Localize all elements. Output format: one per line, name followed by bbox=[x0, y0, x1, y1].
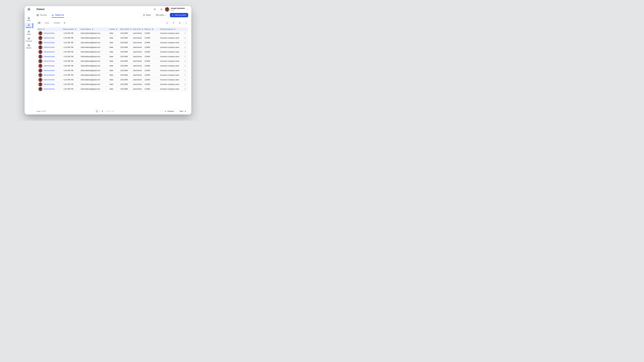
page-number-2[interactable]: 2 bbox=[98, 109, 101, 113]
arrow-right-icon bbox=[184, 110, 186, 112]
patient-name-link[interactable]: Edmond Burke bbox=[44, 65, 54, 67]
table-row[interactable]: Edmond Burke +123 456 789 Edmondburke@gm… bbox=[37, 40, 188, 45]
sidebar-item-patients[interactable]: Patients bbox=[24, 23, 33, 29]
table-row[interactable]: Edmond Burke +123 456 789 Edmondburke@gm… bbox=[37, 63, 188, 68]
row-actions-button[interactable] bbox=[182, 73, 188, 77]
table-row[interactable]: Edmond Burke +123 456 789 Edmondburke@gm… bbox=[37, 36, 188, 40]
filter-tab-archived[interactable]: Archived bbox=[52, 21, 62, 25]
column-header-email[interactable]: Email Address bbox=[81, 28, 110, 30]
filter-tab-active[interactable]: Active bbox=[43, 21, 51, 25]
table-sort-button[interactable] bbox=[178, 21, 182, 25]
table-row[interactable]: Edmond Burke +123 456 789 Edmondburke@gm… bbox=[37, 87, 188, 91]
page-number-12[interactable]: 12 bbox=[112, 109, 114, 113]
row-actions-button[interactable] bbox=[182, 31, 188, 36]
dob-cell: 23/2/1989 bbox=[120, 42, 133, 43]
add-new-patient-button[interactable]: Add new patient bbox=[170, 13, 188, 17]
patient-name-link[interactable]: Edmond Burke bbox=[44, 51, 54, 53]
table-search-button[interactable] bbox=[165, 21, 169, 25]
table-row[interactable]: Edmond Burke +123 456 789 Edmondburke@gm… bbox=[37, 49, 188, 54]
column-header-next-of-kin[interactable]: Next of Kin bbox=[133, 28, 144, 30]
patient-name-link[interactable]: Edmond Burke bbox=[44, 74, 54, 76]
table-filter-button[interactable] bbox=[171, 21, 176, 25]
arrow-left-icon bbox=[164, 110, 166, 112]
table-row[interactable]: Edmond Burke +123 456 789 Edmondburke@gm… bbox=[37, 68, 188, 73]
notifications-bell-icon[interactable] bbox=[160, 8, 163, 10]
app-logo[interactable] bbox=[24, 6, 33, 12]
row-actions-button[interactable] bbox=[182, 40, 188, 45]
row-actions-button[interactable] bbox=[182, 54, 188, 59]
patient-name-link[interactable]: Edmond Burke bbox=[44, 56, 54, 57]
policy-no-cell: 123456 bbox=[144, 37, 160, 39]
sidebar-item-reports[interactable]: Reports bbox=[24, 43, 33, 49]
page-number-1[interactable]: 1 bbox=[96, 109, 98, 113]
top-header: Patient bbox=[33, 6, 191, 12]
header-right: Joseph Eyebiokin Admin bbox=[154, 7, 188, 11]
gender-cell: Male bbox=[110, 60, 120, 62]
row-actions-button[interactable] bbox=[182, 36, 188, 40]
column-header-gender[interactable]: Gender bbox=[110, 28, 120, 30]
table-more-button[interactable] bbox=[184, 21, 188, 25]
row-actions-button[interactable] bbox=[182, 77, 188, 82]
table-row[interactable]: Edmond Burke +123 456 789 Edmondburke@gm… bbox=[37, 82, 188, 87]
previous-button[interactable]: Previous bbox=[162, 109, 176, 113]
row-actions-button[interactable] bbox=[182, 87, 188, 91]
sort-toggle-icon bbox=[142, 28, 143, 30]
table-row[interactable]: Edmond Burke +123 456 789 Edmondburke@gm… bbox=[37, 31, 188, 36]
gender-cell: Male bbox=[110, 70, 120, 71]
next-button[interactable]: Next bbox=[178, 109, 188, 113]
patient-name-link[interactable]: Edmond Burke bbox=[44, 37, 54, 39]
avatar-image bbox=[38, 82, 42, 86]
export-button[interactable]: Export bbox=[142, 13, 152, 17]
table-row[interactable]: Edmond Burke +123 456 789 Edmondburke@gm… bbox=[37, 59, 188, 63]
row-actions-button[interactable] bbox=[182, 50, 188, 54]
column-header-policy-no[interactable]: Policy no bbox=[144, 28, 160, 30]
patient-name-link[interactable]: Edmond Burke bbox=[44, 60, 54, 62]
sidebar-item-home[interactable]: Home bbox=[24, 16, 33, 22]
policy-no-cell: 123456 bbox=[144, 60, 160, 62]
patient-name-link[interactable]: Edmond Burke bbox=[44, 42, 54, 43]
patient-name-link[interactable]: Edmond Burke bbox=[44, 88, 54, 90]
column-header-dob[interactable]: Date of Birth bbox=[120, 28, 133, 30]
column-header-name[interactable]: Name bbox=[36, 28, 63, 30]
user-avatar[interactable] bbox=[165, 7, 169, 11]
next-of-kin-cell: Janet Burke bbox=[133, 79, 144, 81]
search-icon[interactable] bbox=[154, 8, 156, 10]
row-actions-button[interactable] bbox=[182, 63, 188, 68]
column-header-phone[interactable]: Phone Number bbox=[63, 28, 81, 30]
table-row[interactable]: Edmond Burke +123 456 789 Edmondburke@gm… bbox=[37, 73, 188, 77]
patient-name-link[interactable]: Edmond Burke bbox=[44, 70, 54, 71]
row-actions-button[interactable] bbox=[182, 82, 188, 87]
tab-overview[interactable]: Overview bbox=[36, 12, 47, 17]
table-row[interactable]: Edmond Burke +123 456 789 Edmondburke@gm… bbox=[37, 77, 188, 82]
more-action-button[interactable]: More action bbox=[154, 13, 168, 17]
sidebar-item-label: Reports bbox=[26, 47, 32, 49]
sidebar-item-claims[interactable]: Claims bbox=[24, 30, 33, 35]
patient-name-link[interactable]: Edmond Burke bbox=[44, 83, 54, 85]
row-actions-button[interactable] bbox=[182, 45, 188, 50]
table-row[interactable]: Edmond Burke +123 456 789 Edmondburke@gm… bbox=[37, 45, 188, 50]
kebab-icon bbox=[184, 88, 186, 90]
sidebar-item-label: Patients bbox=[26, 26, 32, 28]
page-number-10[interactable]: 10 bbox=[106, 109, 109, 113]
dob-cell: 23/2/1989 bbox=[120, 83, 133, 85]
next-of-kin-cell: Janet Burke bbox=[133, 88, 144, 90]
kebab-icon bbox=[184, 79, 186, 81]
sort-toggle-icon bbox=[174, 28, 175, 30]
insurance-cell: Insurance company name bbox=[160, 42, 182, 43]
row-actions-button[interactable] bbox=[182, 68, 188, 73]
patient-avatar bbox=[38, 59, 42, 63]
next-of-kin-cell: Janet Burke bbox=[133, 65, 144, 67]
tab-patient-list[interactable]: Patient List bbox=[52, 12, 64, 17]
column-header-primary-insurance[interactable]: Primary Insurance bbox=[160, 28, 182, 30]
patient-name-link[interactable]: Edmond Burke bbox=[44, 79, 54, 81]
patient-name-link[interactable]: Edmond Burke bbox=[44, 46, 54, 48]
patient-name-link[interactable]: Edmond Burke bbox=[44, 32, 54, 34]
table-row[interactable]: Edmond Burke +123 456 789 Edmondburke@gm… bbox=[37, 54, 188, 59]
page-number-3[interactable]: 3 bbox=[101, 109, 104, 113]
page-number-11[interactable]: 11 bbox=[109, 109, 112, 113]
add-filter-plus-icon[interactable] bbox=[64, 22, 66, 24]
chevron-down-icon[interactable] bbox=[187, 8, 188, 10]
row-actions-button[interactable] bbox=[182, 59, 188, 63]
sidebar-item-payments[interactable]: Payments bbox=[24, 36, 33, 42]
filter-tab-all[interactable]: All bbox=[36, 21, 42, 25]
